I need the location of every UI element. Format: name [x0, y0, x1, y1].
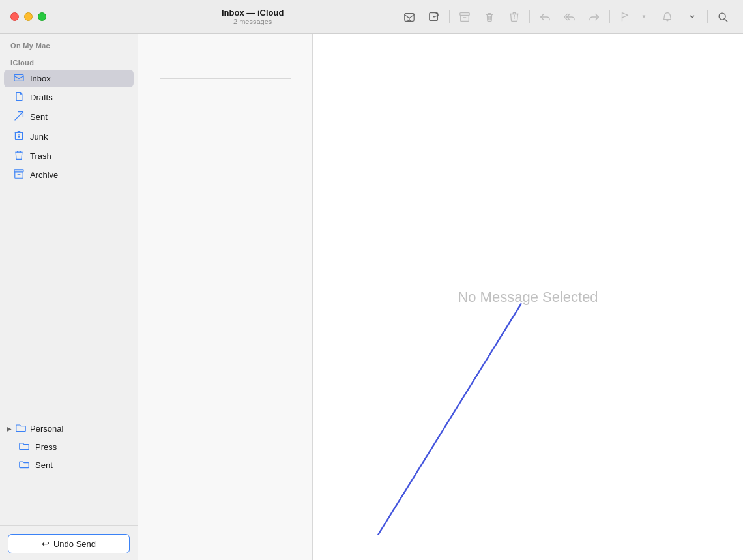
close-button[interactable]: [10, 12, 19, 21]
undo-send-label: Undo Send: [53, 539, 96, 549]
personal-group-label: Personal: [30, 424, 63, 434]
window-subtitle: 2 messages: [233, 18, 272, 25]
icloud-label: iCloud: [0, 52, 138, 69]
minimize-button[interactable]: [24, 12, 33, 21]
sidebar: On My Mac iCloud Inbox: [0, 34, 138, 560]
drafts-label: Drafts: [30, 93, 53, 102]
sent-label: Sent: [30, 112, 48, 122]
svg-rect-19: [14, 170, 23, 172]
archive-button: [452, 5, 477, 29]
message-list-divider: [160, 78, 291, 79]
drafts-icon: [13, 91, 25, 104]
message-list-pane: [138, 34, 313, 560]
svg-line-13: [725, 19, 727, 22]
archive-icon: [459, 11, 471, 23]
reply-button: [532, 5, 557, 29]
junk-label: Junk: [30, 132, 48, 141]
title-bar: Inbox — iCloud 2 messages: [0, 0, 743, 34]
undo-send-icon: ↩: [42, 538, 50, 549]
sidebar-spacer: [0, 184, 138, 419]
sidebar-item-inbox[interactable]: Inbox: [4, 70, 134, 87]
search-button[interactable]: [710, 5, 735, 29]
trash-sidebar-icon: [13, 150, 25, 162]
sidebar-item-junk[interactable]: Junk: [4, 127, 134, 146]
message-detail-pane: No Message Selected: [313, 34, 743, 560]
junk-icon: [508, 11, 520, 23]
trash-icon: [484, 11, 495, 23]
personal-chevron-icon: ▶: [7, 425, 12, 432]
toolbar-separator-1: [449, 10, 450, 23]
flag-icon: [619, 11, 631, 23]
inbox-icon: [13, 73, 25, 84]
personal-folder-icon: [16, 423, 26, 434]
traffic-lights: [0, 12, 46, 21]
toolbar: ▼: [397, 0, 743, 33]
more-icon: [686, 11, 698, 23]
main-layout: On My Mac iCloud Inbox: [0, 34, 743, 560]
reply-all-button: [557, 5, 582, 29]
get-mail-icon: [403, 11, 415, 23]
svg-rect-14: [14, 74, 23, 81]
compose-button[interactable]: [422, 5, 446, 29]
reply-icon: [539, 11, 551, 23]
junk-icon: [13, 130, 25, 143]
inbox-label: Inbox: [30, 74, 51, 83]
sent-group-label: Sent: [35, 460, 53, 470]
undo-send-button[interactable]: ↩ Undo Send: [8, 534, 130, 553]
trash-label: Trash: [30, 151, 51, 161]
personal-group-header[interactable]: ▶ Personal: [0, 420, 138, 437]
reply-all-icon: [564, 11, 575, 23]
junk-button: [502, 5, 527, 29]
toolbar-separator-5: [707, 10, 708, 23]
forward-button: [582, 5, 607, 29]
notify-icon: [662, 11, 673, 23]
sidebar-item-sent[interactable]: Sent: [4, 108, 134, 126]
svg-point-18: [18, 136, 19, 137]
archive-label: Archive: [30, 170, 58, 180]
sidebar-item-trash[interactable]: Trash: [4, 147, 134, 166]
svg-line-15: [15, 112, 23, 121]
svg-point-10: [514, 18, 514, 18]
sent-group-folder-icon: [18, 460, 30, 471]
flag-button: [613, 5, 637, 29]
sidebar-item-drafts[interactable]: Drafts: [4, 88, 134, 107]
flag-dropdown-arrow: ▼: [639, 5, 649, 29]
maximize-button[interactable]: [38, 12, 46, 21]
compose-icon: [428, 11, 440, 23]
window-title: Inbox — iCloud: [222, 8, 284, 18]
toolbar-separator-2: [529, 10, 530, 23]
svg-rect-4: [460, 12, 469, 15]
forward-icon: [589, 11, 600, 23]
message-list-content[interactable]: [138, 34, 312, 560]
press-label: Press: [35, 442, 57, 452]
notify-button: [655, 5, 680, 29]
sidebar-item-archive[interactable]: Archive: [4, 166, 134, 184]
flag-dropdown: ▼: [613, 5, 649, 29]
sidebar-scroll[interactable]: On My Mac iCloud Inbox: [0, 34, 138, 525]
more-button[interactable]: [680, 5, 705, 29]
get-mail-button[interactable]: [397, 5, 422, 29]
no-message-selected-text: No Message Selected: [458, 289, 598, 306]
svg-point-12: [719, 13, 725, 20]
toolbar-separator-3: [609, 10, 610, 23]
window-title-section: Inbox — iCloud 2 messages: [209, 8, 284, 25]
sidebar-item-press[interactable]: Press: [0, 438, 138, 456]
delete-button: [477, 5, 502, 29]
sent-icon: [13, 111, 25, 123]
archive-sidebar-icon: [13, 169, 25, 181]
svg-line-21: [378, 303, 521, 535]
press-folder-icon: [18, 441, 30, 452]
search-icon: [717, 11, 729, 23]
sidebar-bottom: ↩ Undo Send: [0, 525, 138, 560]
toolbar-separator-4: [652, 10, 652, 23]
sidebar-item-sent-group[interactable]: Sent: [0, 456, 138, 474]
on-my-mac-label: On My Mac: [0, 34, 138, 52]
